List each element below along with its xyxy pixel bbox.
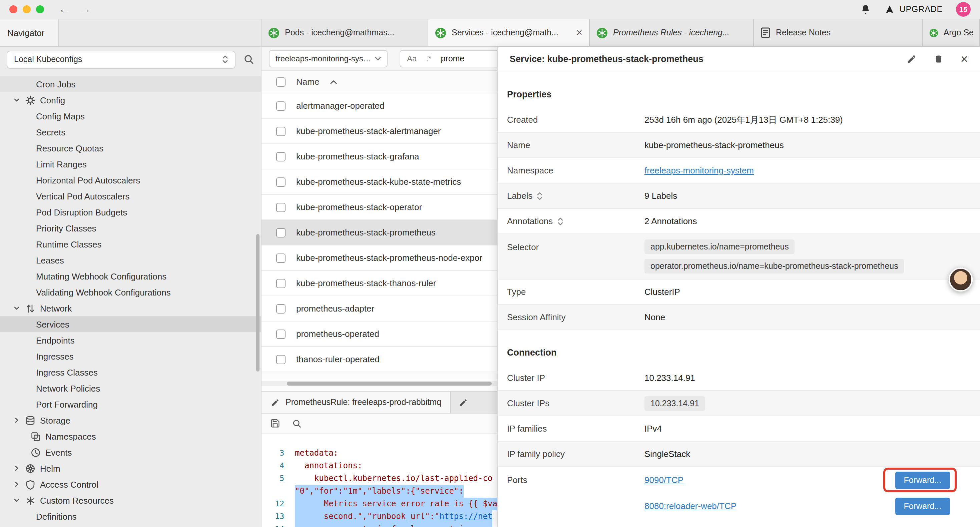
sidebar-item-config-maps[interactable]: Config Maps [0,108,261,124]
sidebar-tree: Cron Jobs Config Config Maps Secrets Res… [0,72,261,524]
forward-button[interactable]: Forward... [895,497,950,515]
row-checkbox[interactable] [276,253,286,263]
tab-label: Pods - icecheng@mathmas... [285,28,394,37]
pencil-icon [459,398,468,407]
tab-label: Release Notes [776,28,830,37]
sidebar-item-endpoints[interactable]: Endpoints [0,332,261,348]
titlebar: ← → UPGRADE 15 [0,0,980,19]
sidebar-item-secrets[interactable]: Secrets [0,124,261,140]
forward-button[interactable]: → [80,4,91,15]
sidebar-item-config[interactable]: Config [0,92,261,108]
tab-pods[interactable]: Pods - icecheng@mathmas... [261,19,428,46]
sidebar-item-helm[interactable]: Helm [0,460,261,476]
horizontal-scrollbar[interactable] [261,381,497,386]
sidebar-item-mutating-webhook-configurations[interactable]: Mutating Webhook Configurations [0,268,261,284]
tab-services[interactable]: Services - icecheng@math... × [428,19,590,46]
row-checkbox[interactable] [276,228,286,237]
chevron-right-icon [13,465,20,471]
minimize-window-button[interactable] [23,5,31,13]
sidebar-item-ingresses[interactable]: Ingresses [0,348,261,364]
tab-prometheus-rules[interactable]: Prometheus Rules - icecheng... [590,19,754,46]
row-checkbox[interactable] [276,304,286,313]
kubeconfig-selector[interactable]: Local Kubeconfigs [7,50,235,68]
maximize-window-button[interactable] [36,5,44,13]
match-case-toggle[interactable]: Aa [407,54,417,63]
upgrade-button[interactable]: UPGRADE [885,4,943,14]
port-link[interactable]: 9090/TCP [644,475,684,485]
sidebar-item-cron-jobs[interactable]: Cron Jobs [0,76,261,92]
selector-badge: operator.prometheus.io/name=kube-prometh… [644,259,904,274]
code-line: "0","for":"1m","labels":{"service": [295,485,464,498]
sidebar-item-definitions[interactable]: Definitions [0,508,261,524]
sidebar-item-network-policies[interactable]: Network Policies [0,380,261,396]
sidebar-scrollbar[interactable] [256,234,259,372]
tab-release-notes[interactable]: Release Notes [754,19,923,46]
database-icon [25,415,35,425]
sidebar-item-vertical-pod-autoscalers[interactable]: Vertical Pod Autoscalers [0,188,261,204]
expand-updown-icon[interactable] [557,217,563,225]
sidebar-item-port-forwarding[interactable]: Port Forwarding [0,396,261,412]
select-all-checkbox[interactable] [276,77,286,86]
row-checkbox[interactable] [276,101,286,110]
search-query: prome [441,54,464,63]
sidebar-item-namespaces[interactable]: Namespaces [0,428,261,444]
property-row-ports: Ports 9090/TCP Forward... 8080:reloader-… [498,467,980,519]
property-row-name: Name kube-prometheus-stack-prometheus [498,133,980,158]
kubernetes-icon [929,27,938,38]
sidebar-item-resource-quotas[interactable]: Resource Quotas [0,140,261,156]
code-line: second.","runbook_url":"https://net [295,510,492,523]
row-checkbox[interactable] [276,152,286,161]
url-token: https://net [440,512,493,521]
sidebar-item-leases[interactable]: Leases [0,252,261,268]
sidebar-item-services[interactable]: Services [0,316,261,332]
back-button[interactable]: ← [59,4,69,15]
scrollbar-thumb[interactable] [287,382,492,385]
property-row-created: Created 253d 16h 6m ago (2025年1月13日 GMT+… [498,107,980,133]
sidebar-item-runtime-classes[interactable]: Runtime Classes [0,236,261,252]
tab-label: Argo Se... [943,28,973,37]
chevron-right-icon [13,481,20,488]
sidebar-item-events[interactable]: Events [0,444,261,460]
notification-badge[interactable]: 15 [956,2,970,17]
sort-ascending-icon[interactable] [330,80,337,84]
code-line: Metrics service error rate is {{ $va [295,498,497,510]
port-link[interactable]: 8080:reloader-web/TCP [644,501,737,511]
sidebar-item-validating-webhook-configurations[interactable]: Validating Webhook Configurations [0,284,261,300]
sidebar-item-priority-classes[interactable]: Priority Classes [0,220,261,236]
sidebar-item-storage[interactable]: Storage [0,412,261,428]
trash-icon[interactable] [934,54,943,64]
edit-pencil-icon[interactable] [907,54,916,64]
row-checkbox[interactable] [276,355,286,364]
selector-badge: app.kubernetes.io/name=prometheus [644,239,795,254]
regex-toggle[interactable]: .* [426,54,431,63]
save-icon[interactable] [270,418,280,428]
bell-icon[interactable] [860,4,872,15]
navigator-sidebar: Local Kubeconfigs Cron Jobs Config Confi… [0,47,261,527]
sidebar-item-network[interactable]: Network [0,300,261,316]
search-icon[interactable] [243,54,254,65]
search-icon[interactable] [292,419,302,428]
row-checkbox[interactable] [276,329,286,339]
sidebar-item-ingress-classes[interactable]: Ingress Classes [0,364,261,380]
sidebar-item-limit-ranges[interactable]: Limit Ranges [0,156,261,172]
sidebar-item-horizontal-pod-autoscalers[interactable]: Horizontal Pod Autoscalers [0,172,261,188]
row-checkbox[interactable] [276,279,286,288]
namespace-link[interactable]: freeleaps-monitoring-system [644,166,754,175]
close-window-button[interactable] [10,5,18,13]
sidebar-item-pod-disruption-budgets[interactable]: Pod Disruption Budgets [0,204,261,220]
close-tab-icon[interactable]: × [576,27,582,39]
tab-argo[interactable]: Argo Se... [923,19,980,46]
navigator-tab[interactable]: Navigator [0,19,59,46]
sidebar-item-access-control[interactable]: Access Control [0,476,261,492]
expand-updown-icon[interactable] [538,192,543,200]
port-row: 9090/TCP Forward... [644,467,967,493]
row-checkbox[interactable] [276,202,286,212]
dock-tab-prometheusrule[interactable]: PrometheusRule: freeleaps-prod-rabbitmq [261,392,451,413]
forward-button[interactable]: Forward... [895,471,950,489]
row-checkbox[interactable] [276,126,286,136]
row-checkbox[interactable] [276,177,286,186]
name-column-header[interactable]: Name [296,77,319,87]
close-drawer-icon[interactable]: × [961,53,968,65]
sidebar-item-custom-resources[interactable]: Custom Resources [0,492,261,508]
namespace-selector[interactable]: freeleaps-monitoring-system [269,50,388,67]
